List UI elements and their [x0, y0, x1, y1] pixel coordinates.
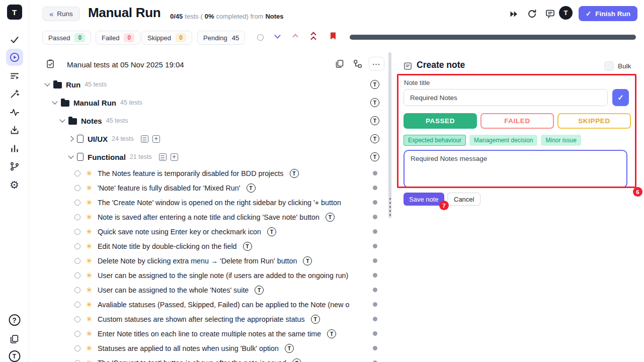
tree-folder-notes[interactable]: Notes 45 tests T — [29, 112, 392, 130]
collapse-button[interactable] — [293, 35, 297, 39]
testomat-icon[interactable]: T — [285, 344, 294, 353]
sidebar-item-tests[interactable] — [8, 33, 21, 46]
tree-folder-manual-run[interactable]: Manual Run 45 tests T — [29, 94, 392, 112]
testomat-icon[interactable]: T — [243, 242, 252, 251]
more-options-button[interactable]: ··· — [369, 57, 384, 71]
filter-chip-failed[interactable]: Failed 0 — [96, 31, 140, 45]
testomat-icon[interactable]: T — [327, 329, 336, 338]
test-row[interactable]: ✳ Quick save note using Enter key or che… — [29, 224, 392, 239]
save-note-button[interactable]: Save note — [404, 193, 444, 206]
filter-chip-skipped[interactable]: Skipped 0 — [141, 31, 192, 45]
sidebar-item-plans[interactable] — [8, 69, 21, 82]
tree-folder-run[interactable]: Run 45 tests T — [29, 75, 392, 94]
status-skipped-button[interactable]: SKIPPED — [557, 113, 631, 129]
bookmark-filter-button[interactable] — [330, 32, 337, 40]
testomat-icon[interactable]: T — [370, 134, 379, 143]
test-row[interactable]: ✳ User can be assigned to the single not… — [29, 268, 392, 283]
expand-all-button[interactable] — [275, 33, 280, 38]
test-row[interactable]: ✳ Delete Note by clicking extra menu → '… — [29, 253, 392, 268]
test-status-radio[interactable] — [74, 316, 80, 322]
note-title-input[interactable] — [404, 89, 608, 106]
tag-expected-behaviour[interactable]: Expected behaviour — [404, 135, 466, 146]
test-row[interactable]: ✳ Enter Note titles on each line to crea… — [29, 326, 392, 341]
skip-forward-button[interactable] — [508, 9, 519, 20]
test-status-radio[interactable] — [74, 243, 80, 249]
testomat-icon[interactable]: T — [311, 315, 320, 324]
copy-run-button[interactable] — [335, 59, 345, 71]
sidebar-item-reports[interactable] — [8, 142, 21, 155]
test-row[interactable]: ✳ Avaliable statuses (Passed, Skipped, F… — [29, 297, 392, 312]
test-status-radio[interactable] — [74, 185, 80, 191]
test-status-radio[interactable] — [74, 360, 80, 362]
tag-management-decision[interactable]: Management decision — [469, 135, 537, 146]
chevron-down-icon[interactable] — [52, 99, 57, 104]
quick-save-button[interactable]: ✓ — [612, 89, 629, 106]
test-row[interactable]: ✳ The Notes feature is temporarily disab… — [29, 166, 392, 180]
test-status-radio[interactable] — [74, 331, 80, 337]
testomat-icon[interactable]: T — [370, 116, 379, 125]
plus-square-icon[interactable]: + — [171, 153, 178, 161]
test-status-radio[interactable] — [74, 200, 80, 206]
test-status-radio[interactable] — [74, 287, 80, 293]
finish-run-button[interactable]: ✓ Finish Run — [579, 6, 637, 21]
back-to-runs-button[interactable]: « Runs — [42, 7, 80, 21]
test-status-radio[interactable] — [74, 214, 80, 220]
rerun-button[interactable] — [526, 8, 537, 19]
unmark-all-button[interactable] — [257, 34, 264, 41]
test-row[interactable]: ✳ User can be assigned to the whole 'Not… — [29, 283, 392, 297]
note-message-textarea[interactable]: Required Notes message — [404, 150, 627, 188]
bulk-checkbox[interactable] — [604, 61, 614, 71]
filter-chip-pending[interactable]: Pending 45 — [197, 31, 245, 45]
sidebar-item-runs[interactable] — [6, 49, 23, 66]
test-row[interactable]: ✳ The 'Create Note' window is opened on … — [29, 195, 392, 210]
test-status-radio[interactable] — [74, 170, 80, 176]
testomat-icon[interactable]: T — [292, 358, 301, 362]
testomat-icon[interactable]: T — [290, 169, 299, 178]
testomat-icon[interactable]: T — [370, 80, 379, 89]
testomat-icon[interactable]: T — [326, 213, 335, 222]
tree-suite-uiux[interactable]: UI/UX 24 tests + T — [29, 130, 392, 148]
notes-icon[interactable] — [141, 135, 148, 143]
test-row[interactable]: ✳ Statuses are applied to all notes when… — [29, 341, 392, 355]
help-button[interactable]: ? — [9, 314, 20, 326]
testomat-icon[interactable]: T — [370, 98, 379, 107]
cancel-button[interactable]: Cancel — [447, 193, 480, 206]
test-status-radio[interactable] — [74, 229, 80, 235]
notes-icon[interactable] — [159, 153, 167, 161]
filter-chip-passed[interactable]: Passed 0 — [42, 31, 91, 45]
testomat-logo-button[interactable]: T — [559, 6, 573, 20]
test-status-radio[interactable] — [74, 302, 80, 308]
test-status-radio[interactable] — [74, 345, 80, 351]
testomat-icon[interactable]: T — [370, 152, 379, 161]
chevron-down-icon[interactable] — [59, 117, 65, 122]
tree-suite-functional[interactable]: Functional 21 tests + T — [29, 148, 392, 166]
status-failed-button[interactable]: FAILED — [480, 113, 554, 129]
testomat-icon[interactable]: T — [255, 286, 264, 295]
test-row[interactable]: ✳ The 'Convert to test' button is shown … — [29, 355, 392, 362]
status-passed-button[interactable]: PASSED — [404, 113, 477, 129]
sidebar-item-analytics[interactable] — [8, 106, 21, 119]
panel-resize-handle[interactable] — [389, 198, 391, 216]
test-status-radio[interactable] — [74, 273, 80, 279]
app-logo[interactable]: T — [7, 5, 22, 20]
tag-minor-issue[interactable]: Minor issue — [541, 135, 581, 146]
comments-button[interactable] — [544, 8, 555, 19]
retest-button[interactable] — [45, 59, 55, 71]
sidebar-item-import[interactable] — [8, 124, 21, 137]
testomat-icon[interactable]: T — [247, 184, 256, 193]
test-status-radio[interactable] — [74, 258, 80, 264]
test-row[interactable]: ✳ Edit Note title by double-clicking on … — [29, 239, 392, 253]
plus-square-icon[interactable]: + — [152, 135, 160, 143]
sidebar-item-automation[interactable] — [8, 87, 21, 101]
testomat-icon[interactable]: T — [267, 227, 276, 236]
sidebar-item-branches[interactable] — [8, 160, 21, 173]
sidebar-item-settings[interactable]: ⚙ — [8, 178, 21, 191]
profile-logo[interactable]: T — [9, 350, 20, 362]
chevron-right-icon[interactable] — [68, 136, 73, 141]
scrollbar-thumb[interactable] — [388, 52, 391, 218]
chevron-down-icon[interactable] — [68, 153, 73, 158]
collapse-all-button[interactable] — [311, 33, 315, 41]
test-row[interactable]: ✳ 'Note' feature is fully disabled for '… — [29, 180, 392, 195]
docs-button[interactable] — [8, 332, 21, 345]
testomat-icon[interactable]: T — [303, 256, 312, 265]
